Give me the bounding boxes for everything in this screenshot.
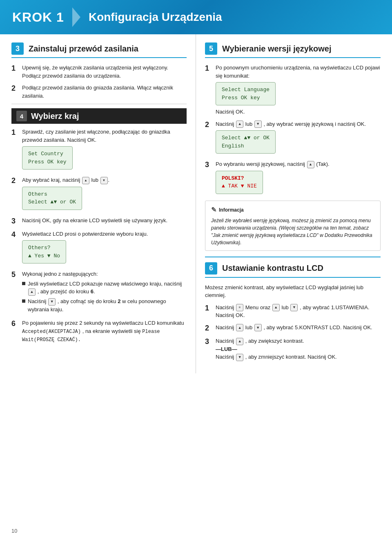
step-num: 1 [205, 64, 212, 116]
left-column: 3 Zainstaluj przewód zasilania 1 Upewnij… [0, 34, 196, 373]
lcd-others: Others Select ▲▼ or OK [22, 187, 82, 210]
section4-step2: 2 Aby wybrać kraj, naciśnij ▲ lub ▼. Oth… [11, 176, 187, 212]
section3-step1: 1 Upewnij się, że wyłącznik zasilania ur… [11, 64, 187, 80]
up-button-icon: ▲ [272, 304, 280, 311]
page-number: 10 [11, 528, 17, 534]
info-icon: ✎ [211, 205, 216, 215]
step-content: Po pojawieniu się przez 2 sekundy na wyś… [22, 319, 187, 344]
section5-badge: 5 [205, 42, 217, 55]
section4-step1: 1 Sprawdź, czy zasilanie jest włączone, … [11, 128, 187, 172]
bullet-icon [22, 282, 25, 285]
up-button-icon: ▲ [307, 161, 314, 168]
down-button-icon: ▼ [290, 304, 298, 311]
section3-step2: 2 Podłącz przewód zasilania do gniazda z… [11, 84, 187, 100]
section3-header: 3 Zainstaluj przewód zasilania [11, 42, 187, 58]
step-num: 6 [11, 319, 18, 344]
lcd-polski: POLSKI? ▲ TAK ▼ NIE [216, 171, 263, 194]
step-content: Naciśnij OK, gdy na ekranie LCD wyświetl… [22, 217, 187, 226]
step-content: Aby wybrać kraj, naciśnij ▲ lub ▼. Other… [22, 176, 187, 212]
up-button-icon: ▲ [82, 177, 89, 184]
step-content: Wykonaj jedno z następujących: Jeśli wyś… [22, 270, 187, 315]
step-content: Sprawdź, czy zasilanie jest włączone, po… [22, 128, 187, 172]
step-num: 5 [11, 270, 18, 315]
section6-step1: 1 Naciśnij ≡ Menu oraz ▲ lub ▼ , aby wyb… [205, 304, 381, 319]
step-content: Naciśnij ▲ lub ▼ , aby wybrać wersję jęz… [216, 120, 381, 156]
header-arrow-icon [72, 7, 80, 27]
down-button-icon: ▼ [236, 354, 243, 361]
step-content: Naciśnij ≡ Menu oraz ▲ lub ▼ , aby wybra… [216, 304, 381, 319]
section4-header: 4 Wybierz kraj [11, 108, 187, 124]
ok-button-icon: ▲ [28, 288, 36, 296]
bullet-icon [22, 299, 25, 303]
divider [11, 104, 187, 104]
step-num: 4 [11, 230, 18, 266]
step-num: 1 [205, 304, 212, 319]
info-box: ✎ Informacja Jeżeli źle wybrałeś wersję … [205, 201, 381, 251]
step-num: 2 [205, 324, 212, 333]
lcd-select-ok-english: Select ▲▼ or OK English [216, 130, 276, 154]
step-content: Po ponownym uruchomieniu urządzenia, na … [216, 64, 381, 116]
down-button-icon: ▼ [254, 121, 262, 128]
section5-step1: 1 Po ponownym uruchomieniu urządzenia, n… [205, 64, 381, 116]
section4-step6: 6 Po pojawieniu się przez 2 sekundy na w… [11, 319, 187, 344]
up-button-icon: ▲ [236, 338, 243, 345]
down-button-icon: ▼ [254, 324, 262, 331]
section4-step3: 3 Naciśnij OK, gdy na ekranie LCD wyświe… [11, 217, 187, 226]
section6-step3: 3 Naciśnij ▲ , aby zwiększyć kontrast. —… [205, 337, 381, 361]
list-item: Jeśli wyświetlacz LCD pokazuje nazwę wła… [22, 280, 187, 296]
section5-step3: 3 Po wybraniu wersji językowej, naciśnij… [205, 160, 381, 196]
section5-title: Wybieranie wersji językowej [222, 44, 332, 54]
section6-header: 6 Ustawianie kontrastu LCD [205, 262, 381, 278]
step-num: 3 [205, 160, 212, 196]
up-button-icon: ▲ [236, 324, 243, 331]
menu-button-icon: ≡ [236, 304, 243, 311]
step-num: 1 [11, 64, 18, 80]
section5-header: 5 Wybieranie wersji językowej [205, 42, 381, 58]
info-title: ✎ Informacja [211, 205, 374, 215]
krok-label: KROK 1 [12, 10, 64, 25]
list-item: Naciśnij ▼ , aby cofnąć się do kroku 2 w… [22, 297, 187, 313]
step-num: 2 [11, 176, 18, 212]
section3-badge: 3 [11, 42, 24, 55]
step-content: Podłącz przewód zasilania do gniazda zas… [22, 84, 187, 100]
right-column: 5 Wybieranie wersji językowej 1 Po ponow… [196, 34, 392, 373]
section6-intro: Możesz zmienić kontrast, aby wyświetlacz… [205, 284, 381, 299]
section4-step4: 4 Wyświetlacz LCD prosi o potwierdzenie … [11, 230, 187, 266]
step-content: Naciśnij ▲ , aby zwiększyć kontrast. —LU… [216, 337, 381, 361]
section4-title: Wybierz kraj [31, 112, 79, 121]
step-num: 2 [11, 84, 18, 100]
section4-step5: 5 Wykonaj jedno z następujących: Jeśli w… [11, 270, 187, 315]
down-button-icon: ▼ [100, 177, 108, 184]
section6-step2: 2 Naciśnij ▲ lub ▼ , aby wybrać 5.KONTRA… [205, 324, 381, 333]
step-content: Naciśnij ▲ lub ▼ , aby wybrać 5.KONTRAST… [216, 324, 381, 333]
lcd-set-country: Set Country Press OK key [22, 146, 73, 170]
step-content: Wyświetlacz LCD prosi o potwierdzenie wy… [22, 230, 187, 266]
section6-badge: 6 [205, 262, 217, 275]
section6-area: 6 Ustawianie kontrastu LCD Możesz zmieni… [205, 257, 381, 361]
section6-title: Ustawianie kontrastu LCD [222, 263, 323, 273]
up-button-icon: ▲ [236, 121, 243, 128]
section5-step2: 2 Naciśnij ▲ lub ▼ , aby wybrać wersję j… [205, 120, 381, 156]
lcd-others-confirm: Others? ▲ Yes ▼ No [22, 240, 66, 263]
bullet-text: Naciśnij ▼ , aby cofnąć się do kroku 2 w… [28, 297, 187, 313]
section3-title: Zainstaluj przewód zasilania [29, 44, 138, 54]
down-button-icon: ▼ [48, 298, 56, 306]
step-num: 1 [11, 128, 18, 172]
step-content: Po wybraniu wersji językowej, naciśnij ▲… [216, 160, 381, 196]
bullet-text: Jeśli wyświetlacz LCD pokazuje nazwę wła… [28, 280, 187, 296]
step-content: Upewnij się, że wyłącznik zasilania urzą… [22, 64, 187, 80]
bullet-list: Jeśli wyświetlacz LCD pokazuje nazwę wła… [22, 280, 187, 313]
step-num: 3 [205, 337, 212, 361]
step-num: 3 [11, 217, 18, 226]
header-title: Konfiguracja Urządzenia [89, 11, 222, 24]
page-header: KROK 1 Konfiguracja Urządzenia [0, 0, 392, 34]
step-num: 2 [205, 120, 212, 156]
lcd-select-language: Select Language Press OK key [216, 82, 276, 105]
section4-badge: 4 [16, 111, 27, 121]
main-content: 3 Zainstaluj przewód zasilania 1 Upewnij… [0, 34, 392, 373]
